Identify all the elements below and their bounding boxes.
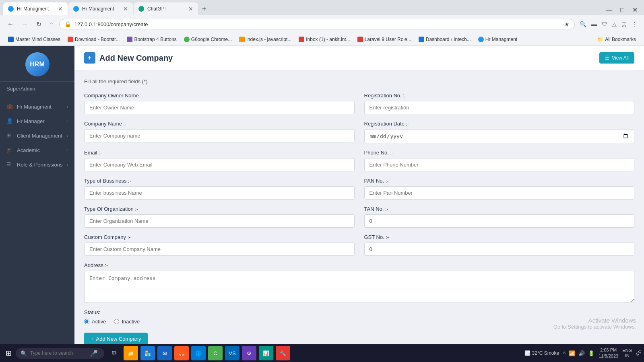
browser-tab-1[interactable]: Hr Managment ✕ — [3, 2, 68, 15]
extensions-icon[interactable]: ▬ — [590, 19, 599, 29]
bm-icon-6 — [299, 37, 304, 42]
chevron-icon-4: ‹ — [66, 162, 68, 167]
bookmark-indexjs[interactable]: index.js - javascript... — [236, 35, 295, 43]
bookmark-laravel[interactable]: Laravel 9 User Role... — [354, 35, 415, 43]
tan-no-input[interactable] — [364, 214, 635, 228]
bookmark-bootstrap-buttons[interactable]: Bootstrap 4 Buttons — [124, 35, 180, 43]
taskbar-search-input[interactable] — [30, 350, 87, 356]
menu-icon[interactable]: ⋮ — [630, 19, 639, 29]
folder-icon: 📁 — [597, 37, 603, 42]
profile-icon[interactable]: 🕮 — [620, 19, 629, 29]
business-type-input[interactable] — [84, 186, 355, 200]
home-button[interactable]: ⌂ — [47, 20, 56, 29]
radio-group: Active Inactive — [84, 319, 634, 325]
view-all-button[interactable]: ☰ View All — [599, 52, 634, 64]
bookmark-google-chrome[interactable]: G6oogle Chrome... — [181, 35, 235, 43]
bookmark-master-mind[interactable]: Master Mind Classes — [5, 35, 64, 43]
tab-close-2[interactable]: ✕ — [123, 6, 128, 12]
registration-no-input[interactable] — [364, 101, 635, 114]
bookmark-inbox[interactable]: Inbox (1) - ankit.int... — [295, 35, 353, 43]
business-type-group: Type of Bussiness :- — [84, 178, 355, 200]
address-textarea[interactable] — [84, 271, 634, 303]
status-inactive-label[interactable]: Inactive — [114, 319, 140, 325]
taskbar-app-tool1[interactable]: ⚙ — [242, 346, 256, 360]
status-section: Status: Active Inactive — [84, 309, 634, 325]
registration-date-input[interactable] — [364, 129, 635, 143]
taskbar-app-edge[interactable]: 🌐 — [191, 346, 206, 360]
page-title-icon: + — [84, 52, 95, 64]
sidebar-item-academic[interactable]: 🎓 Academic ‹ — [0, 143, 74, 157]
organization-type-label: Type Of Organization :- — [84, 206, 355, 212]
address-bar[interactable]: 🔒 127.0.0.1:8000/company/create ★ — [59, 19, 575, 29]
taskbar-app-chrome[interactable]: C — [208, 346, 223, 360]
submit-button[interactable]: + Add New Company — [84, 333, 148, 345]
tan-no-label: TAN No. :- — [364, 206, 635, 212]
bm-label-10: All Bookmarks — [605, 37, 636, 42]
sidebar-item-hr-managment[interactable]: 💼 Hr Managment ‹ — [0, 99, 74, 114]
taskbar-search[interactable]: 🔍 🎤 — [16, 348, 104, 359]
shield-icon[interactable]: 🛡 — [600, 19, 609, 29]
bookmark-bootstrap-dl[interactable]: Download - Bootstr... — [64, 35, 123, 43]
browser-tab-2[interactable]: Hr Managment ✕ — [68, 2, 133, 15]
sidebar-item-hr-manager[interactable]: 👤 Hr Manager ‹ — [0, 114, 74, 128]
sidebar-logo: HRM — [0, 46, 74, 82]
taskbar-app-tool2[interactable]: 📊 — [259, 346, 273, 360]
tray-network-icon[interactable]: 📶 — [569, 350, 575, 356]
gst-no-input[interactable] — [364, 243, 635, 256]
tray-expand-icon[interactable]: ^ — [563, 350, 566, 356]
tray-battery-icon[interactable]: 🔋 — [588, 350, 594, 356]
forward-button[interactable]: → — [19, 20, 31, 29]
taskbar-app-taskview[interactable]: ⧉ — [107, 346, 121, 360]
new-tab-button[interactable]: + — [199, 3, 210, 15]
taskbar-app-explorer[interactable]: 📁 — [124, 346, 138, 360]
maximize-button[interactable]: □ — [617, 5, 627, 15]
back-button[interactable]: ← — [5, 20, 16, 29]
bookmark-hr-managment[interactable]: Hr Managment — [475, 35, 520, 43]
minimize-button[interactable]: — — [603, 5, 615, 15]
registration-no-label: Registration No. :- — [364, 93, 635, 99]
nav-label-client: Client Management — [17, 133, 62, 139]
search-browser-icon[interactable]: 🔍 — [578, 19, 588, 29]
sidebar-user: SuperAdmin — [0, 82, 74, 96]
status-inactive-radio[interactable] — [114, 319, 119, 324]
chevron-icon-1: ‹ — [66, 119, 68, 123]
owner-name-input[interactable] — [84, 101, 355, 114]
bm-label-2: Download - Bootstr... — [75, 37, 120, 42]
sidebar-item-client-management[interactable]: ⊞ Client Management ‹ — [0, 128, 74, 143]
extension-icon[interactable]: △ — [611, 19, 618, 29]
taskbar-app-store[interactable]: 🏪 — [140, 346, 155, 360]
bookmark-all[interactable]: 📁 All Bookmarks — [594, 35, 639, 43]
submit-icon: + — [91, 336, 94, 342]
notification-icon[interactable]: 🗪 — [636, 350, 642, 356]
reload-button[interactable]: ↻ — [34, 20, 44, 29]
tab-close-3[interactable]: ✕ — [188, 6, 193, 12]
tray-sound-icon[interactable]: 🔊 — [578, 350, 585, 356]
gst-no-group: GST No. :- — [364, 234, 635, 256]
taskbar-app-tool3[interactable]: 🔧 — [276, 346, 290, 360]
registration-date-group: Registration Date :- — [364, 121, 635, 143]
browser-actions: 🔍 ▬ 🛡 △ 🕮 ⋮ — [578, 19, 639, 29]
pan-no-input[interactable] — [364, 186, 635, 200]
start-button[interactable]: ⊞ — [2, 347, 15, 359]
bm-label-1: Master Mind Classes — [15, 37, 60, 42]
custom-company-input[interactable] — [84, 243, 355, 256]
logo-text: HRM — [30, 61, 44, 68]
close-button[interactable]: ✕ — [629, 4, 641, 15]
sidebar-item-role-permissions[interactable]: ☰ Role & Permissions ‹ — [0, 157, 74, 172]
bookmark-dashboard[interactable]: Dashboard ‹ Intech... — [415, 35, 474, 43]
taskbar-app-vscode[interactable]: VS — [225, 346, 239, 360]
phone-no-input[interactable] — [364, 158, 635, 171]
academic-icon: 🎓 — [6, 147, 13, 153]
taskbar-app-mail[interactable]: ✉ — [157, 346, 172, 360]
taskbar-apps: ⧉ 📁 🏪 ✉ 🦊 🌐 C VS ⚙ 📊 🔧 — [107, 346, 290, 360]
status-active-label[interactable]: Active — [84, 319, 106, 325]
tray-language: ENGIN — [622, 348, 632, 358]
organization-type-input[interactable] — [84, 214, 355, 228]
browser-tab-3[interactable]: ChatGPT ✕ — [134, 2, 198, 15]
email-input[interactable] — [84, 158, 355, 171]
form-container: Fill all the required fields (*). Compan… — [74, 70, 644, 353]
company-name-input[interactable] — [84, 129, 355, 142]
status-active-radio[interactable] — [84, 319, 89, 324]
taskbar-app-firefox[interactable]: 🦊 — [174, 346, 189, 360]
tab-close-1[interactable]: ✕ — [58, 6, 63, 12]
